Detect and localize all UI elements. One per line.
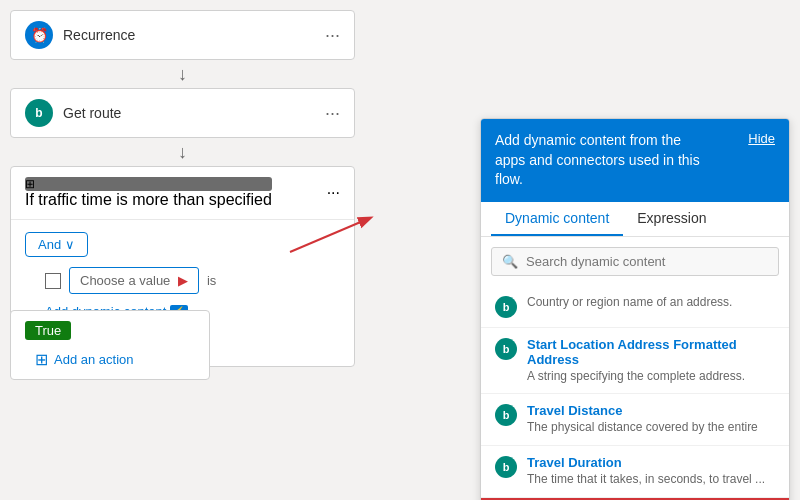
panel-tabs: Dynamic content Expression	[481, 202, 789, 237]
main-canvas: ⏰ Recurrence ··· ↓ b Get route ··· ↓ ⊞ I…	[0, 0, 800, 500]
condition-ellipsis[interactable]: ···	[327, 184, 340, 202]
recurrence-icon: ⏰	[25, 21, 53, 49]
required-marker: ▶	[178, 273, 188, 288]
item-desc-0: Country or region name of an address.	[527, 295, 775, 311]
true-header: True	[25, 321, 195, 340]
recurrence-ellipsis[interactable]: ···	[325, 25, 340, 46]
condition-label: If traffic time is more than specified	[25, 191, 272, 208]
connector-2: ↓	[10, 138, 355, 166]
tab-expression[interactable]: Expression	[623, 202, 720, 236]
chevron-down-icon: ∨	[65, 237, 75, 252]
is-label: is	[207, 273, 216, 288]
bing-icon-route: b	[25, 99, 53, 127]
tab-dynamic-content[interactable]: Dynamic content	[491, 202, 623, 236]
bing-icon-2: b	[495, 404, 517, 426]
condition-row: Choose a value ▶ is	[45, 267, 340, 294]
bing-icon-1: b	[495, 338, 517, 360]
get-route-ellipsis[interactable]: ···	[325, 103, 340, 124]
panel-header: Add dynamic content from the apps and co…	[481, 119, 789, 202]
list-item-country-region[interactable]: b Country or region name of an address.	[481, 286, 789, 328]
condition-checkbox[interactable]	[45, 273, 61, 289]
item-title-2: Travel Distance	[527, 403, 775, 418]
choose-value-input[interactable]: Choose a value ▶	[69, 267, 199, 294]
and-button[interactable]: And ∨	[25, 232, 88, 257]
connector-1: ↓	[10, 60, 355, 88]
list-item-start-location[interactable]: b Start Location Address Formatted Addre…	[481, 328, 789, 395]
hide-button[interactable]: Hide	[748, 131, 775, 146]
true-badge: True	[25, 321, 71, 340]
search-box: 🔍	[491, 247, 779, 276]
panel-header-text: Add dynamic content from the apps and co…	[495, 131, 715, 190]
search-input[interactable]	[526, 254, 768, 269]
list-item-travel-duration[interactable]: b Travel Duration The time that it takes…	[481, 446, 789, 498]
add-action-icon: ⊞	[35, 350, 48, 369]
true-block: True ⊞ Add an action	[10, 310, 210, 380]
recurrence-label: Recurrence	[63, 27, 135, 43]
get-route-block: b Get route ···	[10, 88, 355, 138]
bing-icon-0: b	[495, 296, 517, 318]
item-title-3: Travel Duration	[527, 455, 775, 470]
bing-icon-3: b	[495, 456, 517, 478]
condition-icon: ⊞	[25, 177, 272, 191]
search-icon: 🔍	[502, 254, 518, 269]
item-title-1: Start Location Address Formatted Address	[527, 337, 775, 367]
list-item-travel-distance[interactable]: b Travel Distance The physical distance …	[481, 394, 789, 446]
condition-header: ⊞ If traffic time is more than specified…	[11, 167, 354, 220]
panel-list: b Country or region name of an address. …	[481, 286, 789, 500]
get-route-label: Get route	[63, 105, 121, 121]
dynamic-panel: Add dynamic content from the apps and co…	[480, 118, 790, 500]
item-desc-1: A string specifying the complete address…	[527, 369, 775, 385]
recurrence-block: ⏰ Recurrence ···	[10, 10, 355, 60]
item-desc-2: The physical distance covered by the ent…	[527, 420, 775, 436]
add-action-btn[interactable]: ⊞ Add an action	[35, 350, 195, 369]
item-desc-3: The time that it takes, in seconds, to t…	[527, 472, 775, 488]
